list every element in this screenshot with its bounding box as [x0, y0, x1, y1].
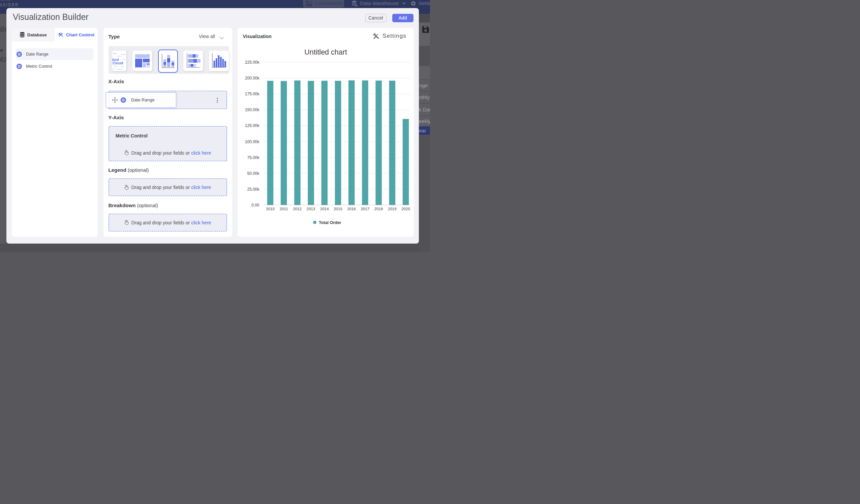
- svg-text:175.00k: 175.00k: [245, 92, 260, 96]
- svg-text:25.00k: 25.00k: [247, 187, 259, 192]
- svg-text:2015: 2015: [334, 207, 342, 211]
- svg-text:125.00k: 125.00k: [245, 123, 260, 128]
- svg-text:2016: 2016: [347, 207, 356, 211]
- svg-text:0.00: 0.00: [252, 203, 259, 207]
- svg-text:2012: 2012: [293, 207, 302, 211]
- svg-text:2017: 2017: [361, 207, 370, 211]
- svg-text:2018: 2018: [374, 207, 383, 211]
- svg-text:2020: 2020: [401, 207, 410, 211]
- svg-text:Total Order: Total Order: [319, 220, 341, 225]
- svg-text:2013: 2013: [307, 207, 315, 211]
- svg-text:2014: 2014: [320, 207, 329, 211]
- svg-text:2010: 2010: [266, 207, 275, 211]
- svg-text:2019: 2019: [388, 207, 397, 211]
- svg-text:150.00k: 150.00k: [245, 107, 260, 112]
- svg-text:100.00k: 100.00k: [245, 140, 260, 144]
- svg-text:200.00k: 200.00k: [245, 76, 260, 81]
- svg-text:50.00k: 50.00k: [247, 171, 259, 176]
- svg-text:2011: 2011: [280, 207, 288, 211]
- svg-text:75.00k: 75.00k: [247, 155, 259, 160]
- svg-text:225.00k: 225.00k: [245, 60, 260, 65]
